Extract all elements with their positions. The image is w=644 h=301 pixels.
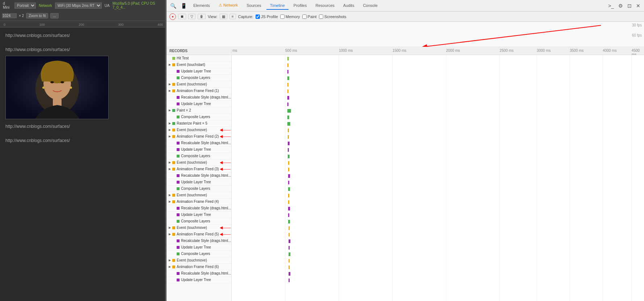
expand-arrow[interactable]: ▶ xyxy=(168,63,172,67)
record-event-touchmove-1[interactable]: ▶ Event (touchmove) xyxy=(167,81,231,88)
recalc-2-label: Recalculate Style (drags.html... xyxy=(181,141,231,145)
stop-button[interactable]: ⏹ xyxy=(178,14,186,19)
record-paint[interactable]: ▶ Paint × 2 xyxy=(167,107,231,114)
record-composite-3[interactable]: Composite Layers xyxy=(167,153,231,159)
resolution-input[interactable] xyxy=(2,13,17,18)
svg-rect-70 xyxy=(289,272,290,276)
record-anim-fired-2[interactable]: ▶ Animation Frame Fired (2) ◀—— xyxy=(167,133,231,140)
expand-arrow[interactable]: ▶ xyxy=(168,128,172,132)
record-update-layer-4[interactable]: Update Layer Tree xyxy=(167,179,231,185)
record-update-layer-6[interactable]: Update Layer Tree xyxy=(167,244,231,251)
tab-timeline[interactable]: Timeline xyxy=(266,2,289,10)
expand-arrow[interactable]: ▶ xyxy=(168,135,172,138)
settings-button[interactable]: ⚙ xyxy=(617,2,624,9)
tab-sources[interactable]: Sources xyxy=(243,2,265,10)
devtools-secondary-bar: ● ⏹ ▽ 🗑 View: ▦ ≡ Capture: JS Profile Me… xyxy=(167,12,644,22)
expand-arrow[interactable]: ▶ xyxy=(168,122,172,125)
record-anim-fired-6[interactable]: ▶ Animation Frame Fired (6) xyxy=(167,264,231,270)
record-update-layer-2[interactable]: Update Layer Tree xyxy=(167,101,231,107)
update-layer-6-label: Update Layer Tree xyxy=(181,245,211,249)
record-recalc-2[interactable]: Recalculate Style (drags.html... xyxy=(167,140,231,146)
ruler: 0 100 200 300 400 xyxy=(0,21,167,28)
record-button[interactable]: ● xyxy=(169,13,176,20)
close-button[interactable]: ✕ xyxy=(635,2,642,9)
svg-rect-65 xyxy=(289,252,290,256)
timeline-svg xyxy=(232,55,644,301)
rasterize-label: Rasterize Paint × 5 xyxy=(177,121,207,125)
recalc-4-color xyxy=(177,207,180,210)
terminal-button[interactable]: >_ xyxy=(607,2,615,9)
record-recalc-4[interactable]: Recalculate Style (drags.html... xyxy=(167,205,231,212)
expand-arrow[interactable]: ▶ xyxy=(168,265,172,269)
record-anim-fired-4[interactable]: ▶ Animation Frame Fired (4) xyxy=(167,198,231,205)
record-anim-fired-5[interactable]: ▶ Animation Frame Fired (5) ◀—— xyxy=(167,231,231,238)
expand-arrow[interactable]: ▶ xyxy=(168,193,172,197)
dock-button[interactable]: ⊡ xyxy=(626,2,633,9)
network-select[interactable]: WiFi (30 Mbps 2ms RT xyxy=(55,3,102,9)
record-recalc-3[interactable]: Recalculate Style (drags.html... xyxy=(167,172,231,179)
expand-arrow[interactable]: ▶ xyxy=(168,200,172,204)
record-anim-fired-3[interactable]: ▶ Animation Frame Fired (3) ◀—— xyxy=(167,166,231,172)
record-update-layer-5[interactable]: Update Layer Tree xyxy=(167,212,231,218)
tab-network[interactable]: ⚠ Network xyxy=(215,1,241,10)
record-recalc-5[interactable]: Recalculate Style (drags.html... xyxy=(167,238,231,244)
records-area: Hit Test ▶ Event (touchstart) Update Lay… xyxy=(167,55,644,301)
memory-input[interactable] xyxy=(280,14,285,19)
record-composite-1[interactable]: Composite Layers xyxy=(167,75,231,81)
expand-arrow[interactable]: ▶ xyxy=(168,259,172,262)
filter-button[interactable]: ▽ xyxy=(188,14,195,19)
record-composite-2[interactable]: Composite Layers xyxy=(167,114,231,120)
record-composite-5[interactable]: Composite Layers xyxy=(167,218,231,225)
record-hit-test[interactable]: Hit Test xyxy=(167,55,231,62)
record-event-touchstart[interactable]: ▶ Event (touchstart) xyxy=(167,62,231,68)
expand-arrow[interactable]: ▶ xyxy=(168,161,172,164)
expand-arrow[interactable]: ▶ xyxy=(168,226,172,230)
fps-60-label: 60 fps xyxy=(632,33,642,37)
expand-arrow[interactable]: ▶ xyxy=(168,109,172,112)
svg-rect-32 xyxy=(287,103,289,106)
search-button[interactable]: 🔍 xyxy=(169,2,178,9)
expand-arrow[interactable]: ▶ xyxy=(168,89,172,93)
record-composite-4[interactable]: Composite Layers xyxy=(167,185,231,192)
record-event-touchmove-2[interactable]: ▶ Event (touchmove) ◀—— xyxy=(167,127,231,133)
device-mode-button[interactable]: 📱 xyxy=(179,2,188,9)
clear-button[interactable]: 🗑 xyxy=(198,14,206,19)
record-recalc-6[interactable]: Recalculate Style (drags.html... xyxy=(167,270,231,277)
tab-audits[interactable]: Audits xyxy=(340,2,358,10)
anim-3-color xyxy=(172,168,175,171)
record-event-touchmove-3[interactable]: ▶ Event (touchmove) ◀—— xyxy=(167,159,231,166)
expand-arrow[interactable]: ▶ xyxy=(168,233,172,236)
expand-arrow[interactable]: ▶ xyxy=(168,167,172,171)
tab-profiles[interactable]: Profiles xyxy=(290,2,311,10)
more-button[interactable]: ... xyxy=(50,13,58,18)
record-event-touchmove-6[interactable]: ▶ Event (touchmove) xyxy=(167,257,231,264)
js-profile-checkbox[interactable]: JS Profile xyxy=(256,14,278,19)
js-profile-input[interactable] xyxy=(256,14,260,19)
tab-console[interactable]: Console xyxy=(359,2,381,10)
tick-2500: 2500 ms xyxy=(500,49,513,53)
paint-input[interactable] xyxy=(302,14,307,19)
record-anim-fired-1[interactable]: ▶ Animation Frame Fired (1) xyxy=(167,88,231,94)
screenshots-checkbox[interactable]: Screenshots xyxy=(319,14,346,19)
paint-checkbox[interactable]: Paint xyxy=(302,14,317,19)
anim-fired-1-label: Animation Frame Fired (1) xyxy=(177,89,219,93)
record-event-touchmove-5[interactable]: ▶ Event (touchmove) ◀—— xyxy=(167,225,231,231)
record-recalc-1[interactable]: Recalculate Style (drags.html... xyxy=(167,94,231,101)
bar-chart-view[interactable]: ▦ xyxy=(220,14,227,19)
ua-value: Mozilla/5.0 (iPad; CPU OS 7_0_4... xyxy=(113,1,164,9)
record-update-layer-1[interactable]: Update Layer Tree xyxy=(167,68,231,75)
expand-arrow[interactable]: ▶ xyxy=(168,83,172,86)
record-update-layer-3[interactable]: Update Layer Tree xyxy=(167,146,231,153)
record-composite-6[interactable]: Composite Layers xyxy=(167,251,231,257)
screenshots-input[interactable] xyxy=(319,14,323,19)
device-select[interactable]: Portrait xyxy=(14,3,36,9)
tab-resources[interactable]: Resources xyxy=(312,2,338,10)
zoom-to-fit-button[interactable]: Zoom to fit xyxy=(26,13,48,18)
record-update-layer-7[interactable]: Update Layer Tree xyxy=(167,277,231,283)
record-rasterize[interactable]: ▶ Rasterize Paint × 5 xyxy=(167,120,231,127)
svg-rect-50 xyxy=(288,181,289,184)
record-event-touchmove-4[interactable]: ▶ Event (touchmove) xyxy=(167,192,231,198)
tab-elements[interactable]: Elements xyxy=(190,2,214,10)
memory-checkbox[interactable]: Memory xyxy=(280,14,300,19)
tree-view[interactable]: ≡ xyxy=(230,14,236,19)
